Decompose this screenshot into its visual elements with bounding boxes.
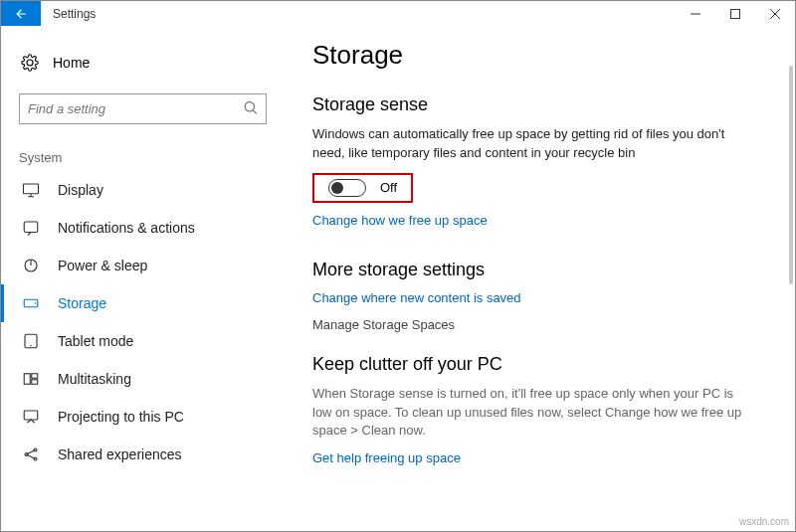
search-input[interactable]	[20, 94, 266, 123]
maximize-icon	[730, 9, 740, 19]
nav-label: Display	[58, 182, 103, 198]
sidebar: Home System Display Notifications & acti…	[1, 26, 285, 531]
nav-display[interactable]: Display	[1, 171, 285, 209]
svg-rect-9	[32, 374, 38, 379]
nav-list: Display Notifications & actions Power & …	[1, 171, 285, 473]
maximize-button[interactable]	[715, 1, 755, 26]
nav-storage[interactable]: Storage	[1, 284, 285, 322]
nav-label: Shared experiences	[58, 446, 182, 462]
page-title: Storage	[312, 40, 755, 71]
nav-projecting[interactable]: Projecting to this PC	[1, 398, 285, 436]
nav-label: Tablet mode	[58, 333, 133, 349]
content-pane: Storage Storage sense Windows can automa…	[285, 26, 795, 531]
window-title: Settings	[41, 1, 676, 26]
home-button[interactable]: Home	[1, 46, 285, 80]
watermark: wsxdn.com	[739, 516, 789, 527]
home-label: Home	[53, 55, 90, 71]
minimize-button[interactable]	[676, 1, 715, 26]
toggle-state-label: Off	[380, 180, 397, 195]
back-button[interactable]	[1, 1, 41, 26]
gear-icon	[21, 54, 39, 72]
nav-tablet-mode[interactable]: Tablet mode	[1, 322, 285, 360]
search-icon	[244, 100, 258, 117]
clutter-heading: Keep clutter off your PC	[312, 354, 755, 375]
nav-label: Multitasking	[58, 371, 131, 387]
svg-rect-11	[24, 411, 38, 420]
notifications-icon	[22, 219, 40, 237]
projecting-icon	[22, 408, 40, 426]
svg-point-5	[35, 302, 37, 304]
share-icon	[22, 445, 40, 463]
svg-point-7	[30, 345, 32, 347]
nav-power[interactable]: Power & sleep	[1, 247, 285, 284]
search-field-wrap	[19, 93, 267, 124]
multitasking-icon	[22, 370, 40, 388]
minimize-icon	[691, 9, 700, 19]
nav-notifications[interactable]: Notifications & actions	[1, 209, 285, 247]
category-header: System	[19, 150, 267, 165]
svg-rect-2	[24, 222, 38, 233]
power-icon	[22, 257, 40, 274]
svg-rect-8	[24, 374, 30, 385]
tablet-icon	[22, 332, 40, 350]
svg-rect-0	[731, 9, 740, 18]
clutter-description: When Storage sense is turned on, it'll f…	[312, 385, 750, 442]
toggle-knob-icon	[331, 182, 343, 194]
manage-storage-spaces-link[interactable]: Manage Storage Spaces	[312, 317, 755, 332]
get-help-link[interactable]: Get help freeing up space	[312, 450, 461, 465]
nav-label: Storage	[58, 295, 106, 311]
storage-sense-heading: Storage sense	[312, 94, 755, 115]
close-button[interactable]	[755, 1, 795, 26]
svg-rect-1	[24, 184, 39, 194]
clutter-section: Keep clutter off your PC When Storage se…	[312, 354, 755, 488]
nav-shared-experiences[interactable]: Shared experiences	[1, 436, 285, 473]
storage-sense-toggle[interactable]	[328, 179, 366, 197]
storage-sense-toggle-row: Off	[312, 173, 413, 203]
change-content-saved-link[interactable]: Change where new content is saved	[312, 290, 521, 305]
titlebar: Settings	[1, 1, 795, 26]
svg-rect-10	[32, 380, 38, 385]
close-icon	[770, 9, 780, 19]
storage-icon	[22, 294, 40, 312]
more-storage-section: More storage settings Change where new c…	[312, 260, 755, 332]
scrollbar[interactable]	[789, 66, 793, 284]
more-storage-heading: More storage settings	[312, 260, 755, 280]
storage-sense-section: Storage sense Windows can automatically …	[312, 94, 755, 250]
change-free-up-link[interactable]: Change how we free up space	[312, 213, 488, 228]
nav-multitasking[interactable]: Multitasking	[1, 360, 285, 398]
nav-label: Power & sleep	[58, 258, 147, 273]
arrow-left-icon	[14, 7, 28, 21]
display-icon	[22, 181, 40, 199]
nav-label: Notifications & actions	[58, 220, 195, 236]
storage-sense-description: Windows can automatically free up space …	[312, 125, 740, 163]
nav-label: Projecting to this PC	[58, 409, 184, 425]
